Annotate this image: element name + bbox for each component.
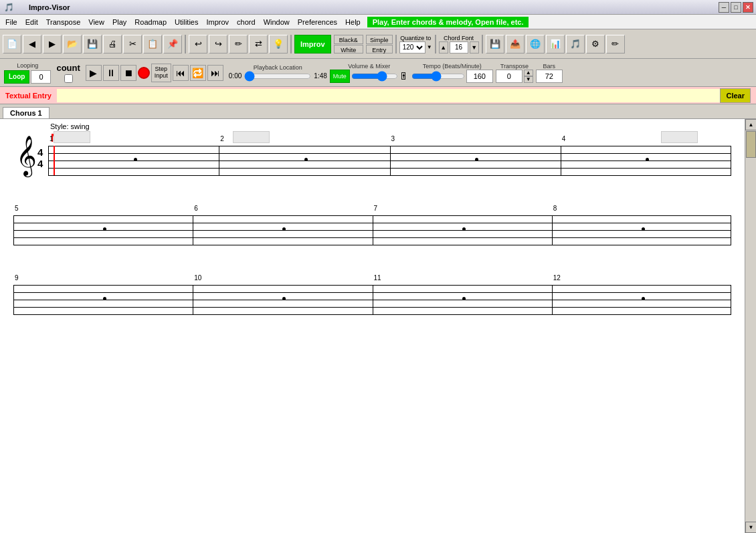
record-button[interactable] [138, 67, 150, 79]
stop-button[interactable]: ⏹ [120, 65, 136, 81]
chord-font-up[interactable]: ▲ [439, 41, 448, 54]
black-white-button2[interactable]: White [334, 45, 363, 54]
web-button[interactable]: 🌐 [526, 35, 545, 54]
light-button[interactable]: 💡 [269, 35, 288, 54]
time-sig-icon: 4 4 [37, 147, 43, 169]
note-m11 [462, 297, 466, 300]
staff-line-2-5 [13, 245, 731, 245]
chord-font-label: Chord Font [444, 35, 474, 41]
music-button[interactable]: 🎵 [566, 35, 585, 54]
menu-utilities[interactable]: Utilities [171, 17, 202, 27]
tempo-section: Tempo (Beats/Minute) [411, 63, 493, 83]
rewind-button[interactable]: ⏮ [173, 65, 189, 81]
count-checkbox[interactable] [64, 74, 73, 83]
score-wrapper: Style: swing NC 𝄞 4 4 [0, 119, 756, 533]
scroll-down-button[interactable]: ▼ [745, 522, 756, 533]
menu-file[interactable]: File [1, 17, 21, 27]
bar-line-2-2 [373, 215, 373, 245]
menu-window[interactable]: Window [260, 17, 294, 27]
menu-edit[interactable]: Edit [21, 17, 42, 27]
open-button[interactable]: 📂 [63, 35, 82, 54]
saveas-button[interactable]: 📤 [506, 35, 525, 54]
scroll-thumb[interactable] [746, 131, 756, 158]
simple-entry-button[interactable]: Simple [366, 35, 393, 44]
vertical-scrollbar[interactable]: ▲ ▼ [745, 119, 756, 533]
staff-row-3: 9 10 11 12 [13, 285, 731, 314]
swap-button[interactable]: ⇄ [249, 35, 268, 54]
count-input[interactable] [31, 70, 51, 84]
menu-view[interactable]: View [84, 17, 108, 27]
tempo-slider[interactable] [411, 71, 465, 82]
settings-button[interactable]: ⚙ [586, 35, 605, 54]
repeat-button[interactable]: 🔁 [190, 65, 206, 81]
bar-line-3-1 [193, 285, 193, 314]
maximize-button[interactable]: □ [731, 2, 741, 13]
close-button[interactable]: ✕ [743, 2, 753, 13]
scroll-up-button[interactable]: ▲ [745, 119, 756, 130]
mute-button[interactable]: Mute [330, 70, 350, 83]
scroll-track[interactable] [745, 130, 756, 522]
menu-roadmap[interactable]: Roadmap [130, 17, 171, 27]
bars-input[interactable] [536, 70, 563, 83]
bar-line-2-3 [552, 215, 553, 245]
save2-button[interactable]: 💾 [486, 35, 504, 54]
save-button[interactable]: 💾 [83, 35, 102, 54]
edit-mode-button[interactable]: ✏ [229, 35, 248, 54]
menu-help[interactable]: Help [341, 17, 365, 27]
measure-num-10: 10 [194, 274, 201, 282]
textual-entry-input[interactable] [57, 89, 721, 102]
tempo-label: Tempo (Beats/Minute) [423, 63, 482, 70]
copy-button[interactable]: 📋 [143, 35, 162, 54]
new-button[interactable]: 📄 [3, 35, 21, 54]
cut-button[interactable]: ✂ [123, 35, 142, 54]
edit2-button[interactable]: ✏ [606, 35, 625, 54]
redo-button[interactable]: ↪ [209, 35, 227, 54]
play-hint[interactable]: Play, Enter chords & melody, Open file, … [367, 17, 529, 27]
pause-button[interactable]: ⏸ [103, 65, 119, 81]
chord-box-2 [233, 131, 270, 143]
volume-slider[interactable] [351, 71, 398, 82]
menu-improv[interactable]: Improv [202, 17, 233, 27]
measure-num-12: 12 [553, 274, 561, 282]
bar-line-2-1 [193, 215, 193, 245]
black-white-button[interactable]: Black& [334, 35, 363, 44]
tab-chorus1[interactable]: Chorus 1 [3, 107, 50, 118]
playback-slider[interactable] [244, 71, 311, 82]
next-button[interactable]: ▶ [43, 35, 62, 54]
bar-line-2-4 [731, 215, 731, 245]
score-scroll[interactable]: Style: swing NC 𝄞 4 4 [0, 119, 745, 533]
tempo-input[interactable] [466, 70, 493, 83]
menu-play[interactable]: Play [108, 17, 130, 27]
chord-font-input[interactable] [450, 41, 468, 54]
sheet-button[interactable]: 📊 [546, 35, 565, 54]
forward-button[interactable]: ⏭ [207, 65, 223, 81]
minimize-button[interactable]: ─ [719, 2, 729, 13]
measure-num-8: 8 [553, 205, 557, 212]
tab-bar: Chorus 1 [0, 104, 756, 119]
step-input-button[interactable]: Step Input [151, 64, 171, 82]
transpose-down[interactable]: ▼ [524, 76, 533, 83]
transpose-up[interactable]: ▲ [524, 70, 533, 76]
volume-label: Volume & Mixer [348, 63, 390, 70]
prev-button[interactable]: ◀ [23, 35, 41, 54]
print-button[interactable]: 🖨 [103, 35, 122, 54]
menu-chord[interactable]: chord [233, 17, 260, 27]
bar-line-3-2 [373, 285, 373, 314]
undo-button[interactable]: ↩ [189, 35, 207, 54]
staff-line-3-5 [13, 314, 731, 315]
play-button[interactable]: ▶ [86, 65, 102, 81]
transpose-input[interactable] [496, 70, 523, 83]
menu-transpose[interactable]: Transpose [42, 17, 85, 27]
chord-font-down[interactable]: ▼ [470, 41, 479, 54]
quantize-select[interactable]: 120 [399, 41, 426, 54]
paste-button[interactable]: 📌 [163, 35, 182, 54]
count-label: count [56, 63, 80, 73]
improv-button[interactable]: Improv [294, 35, 331, 54]
measure-num-6: 6 [194, 205, 198, 212]
simple-entry-button2[interactable]: Entry [366, 45, 393, 54]
loop-button[interactable]: Loop [4, 70, 29, 84]
menu-preferences[interactable]: Preferences [294, 17, 341, 27]
staff-row-1: Style: swing NC 𝄞 4 4 [13, 146, 731, 175]
step-label1: Step [155, 66, 168, 73]
clear-button[interactable]: Clear [720, 88, 751, 103]
